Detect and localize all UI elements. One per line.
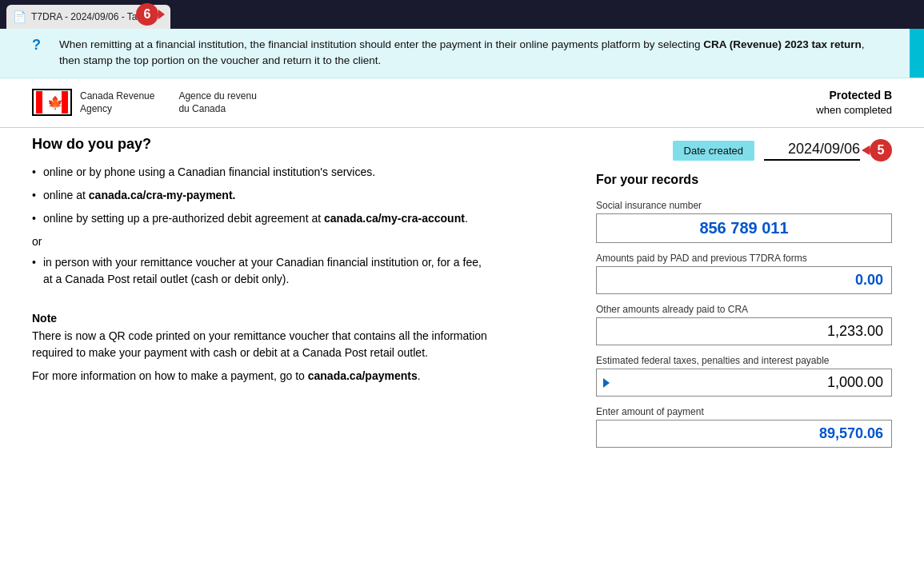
est-taxes-value: 1,000.00 xyxy=(596,369,892,397)
other-amounts-label: Other amounts already paid to CRA xyxy=(596,304,892,315)
tab-document-icon: 📄 xyxy=(13,10,26,23)
note-title: Note xyxy=(32,312,488,325)
other-amounts-value: 1,233.00 xyxy=(596,317,892,345)
sin-value: 856 789 011 xyxy=(596,213,892,243)
note-text: There is now a QR code printed on your r… xyxy=(32,328,488,361)
header-agency-en: Canada Revenue Agency xyxy=(80,90,154,117)
content-area: How do you pay? online or by phone using… xyxy=(0,128,924,468)
tab-title: T7DRA - 2024/09/06 - Ta... xyxy=(31,11,146,22)
how-pay-title: How do you pay? xyxy=(32,136,488,153)
pad-field-group: Amounts paid by PAD and previous T7DRA f… xyxy=(596,253,892,294)
canada-flag-icon: 🍁 xyxy=(32,89,72,116)
info-text-bold: CRA (Revenue) 2023 tax return xyxy=(703,38,862,50)
list-item: online or by phone using a Canadian fina… xyxy=(32,164,488,181)
payment-amount-value: 89,570.06 xyxy=(596,420,892,448)
list-item: online by setting up a pre-authorized de… xyxy=(32,210,488,227)
payment-amount-field-group: Enter amount of payment 89,570.06 xyxy=(596,406,892,448)
date-created-value: 2024/09/06 xyxy=(764,141,860,161)
info-banner-right-strip xyxy=(910,29,924,78)
cra-payment-link: canada.ca/cra-my-payment. xyxy=(89,189,236,201)
protected-sub: when completed xyxy=(816,104,892,116)
more-info-prefix: For more information on how to make a pa… xyxy=(32,369,308,382)
pad-label: Amounts paid by PAD and previous T7DRA f… xyxy=(596,253,892,264)
protected-label: Protected B xyxy=(829,89,892,102)
info-banner: ? When remitting at a financial institut… xyxy=(0,29,924,78)
my-cra-account-link: canada.ca/my-cra-account xyxy=(324,212,465,225)
how-pay-section: How do you pay? online or by phone using… xyxy=(0,128,520,304)
header-row: 🍁 Canada Revenue Agency Agence du revenu… xyxy=(0,78,924,129)
header-agency-fr: Agence du revenu du Canada xyxy=(178,90,256,117)
left-column: How do you pay? online or by phone using… xyxy=(0,128,580,468)
date-created-label: Date created xyxy=(673,141,754,161)
more-info-suffix: . xyxy=(418,369,421,382)
date-row: Date created 2024/09/06 5 xyxy=(580,128,924,161)
date-arrow-badge: 5 xyxy=(870,139,892,161)
question-mark-icon: ? xyxy=(32,37,48,54)
how-pay-list-2: in person with your remittance voucher a… xyxy=(32,254,488,288)
or-text: or xyxy=(32,235,488,248)
info-banner-text: When remitting at a financial institutio… xyxy=(59,37,884,70)
records-title: For your records xyxy=(596,173,892,187)
list-item: in person with your remittance voucher a… xyxy=(32,254,488,288)
est-taxes-label: Estimated federal taxes, penalties and i… xyxy=(596,355,892,366)
info-text-before-bold: When remitting at a financial institutio… xyxy=(59,38,703,50)
est-taxes-number: 1,000.00 xyxy=(827,374,883,391)
records-panel: For your records Social insurance number… xyxy=(580,161,924,468)
note-section: Note There is now a QR code printed on y… xyxy=(0,304,520,393)
payment-amount-label: Enter amount of payment xyxy=(596,406,892,417)
pad-value: 0.00 xyxy=(596,266,892,294)
canada-payments-link: canada.ca/payments xyxy=(308,369,418,382)
more-info: For more information on how to make a pa… xyxy=(32,368,488,385)
field-indicator xyxy=(603,378,610,388)
header-logo: 🍁 Canada Revenue Agency Agence du revenu… xyxy=(32,89,257,116)
est-taxes-field-group: Estimated federal taxes, penalties and i… xyxy=(596,355,892,397)
svg-rect-0 xyxy=(36,91,42,114)
sin-label: Social insurance number xyxy=(596,200,892,211)
header-protected: Protected B when completed xyxy=(816,88,892,118)
how-pay-list: online or by phone using a Canadian fina… xyxy=(32,164,488,227)
page-wrapper: 6 📄 T7DRA - 2024/09/06 - Ta... × ? When … xyxy=(0,0,924,468)
list-item: online at canada.ca/cra-my-payment. xyxy=(32,187,488,204)
svg-text:🍁: 🍁 xyxy=(47,95,63,110)
other-amounts-field-group: Other amounts already paid to CRA 1,233.… xyxy=(596,304,892,345)
tab-badge: 6 xyxy=(136,3,158,26)
right-column: Date created 2024/09/06 5 For your recor… xyxy=(580,128,924,468)
sin-field-group: Social insurance number 856 789 011 xyxy=(596,200,892,243)
tab-bar: 6 📄 T7DRA - 2024/09/06 - Ta... × xyxy=(0,0,924,29)
